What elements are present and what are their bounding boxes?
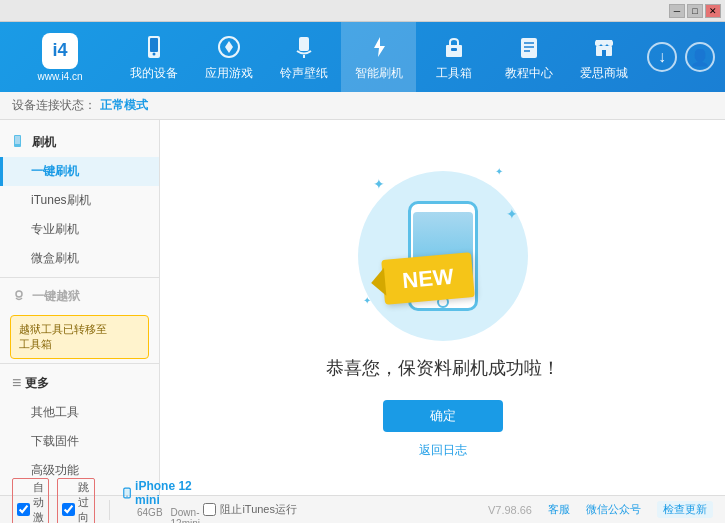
wechat-link[interactable]: 微信公众号 [586,502,641,517]
sidebar-item-other-tools[interactable]: 其他工具 [0,398,159,427]
tutorials-icon [515,33,543,61]
sparkle-1: ✦ [373,176,385,192]
sparkle-3: ✦ [506,206,518,222]
auto-launch-checkbox[interactable]: 自动激活 [12,478,49,524]
auto-launch-label: 自动激活 [33,480,44,524]
device-info: iPhone 12 mini 64GB Down-12mini-13,1 [123,479,203,523]
sidebar-warning: 越狱工具已转移至工具箱 [10,315,149,359]
nav-label-smart-flash: 智能刷机 [355,65,403,82]
back-link[interactable]: 返回日志 [419,442,467,459]
itunes-stop[interactable]: 阻止iTunes运行 [203,502,297,517]
bottom-right: V7.98.66 客服 微信公众号 检查更新 [488,501,713,518]
svg-point-16 [16,291,22,297]
success-title: 恭喜您，保资料刷机成功啦！ [326,356,560,380]
logo-text: www.i4.cn [37,71,82,82]
svg-rect-15 [15,136,20,144]
jailbreak-icon [12,288,26,305]
sidebar-item-downgrade-flash[interactable]: 微盒刷机 [0,244,159,273]
ringtones-icon [290,33,318,61]
nav-label-toolbox: 工具箱 [436,65,472,82]
sidebar-section-jailbreak: 一键越狱 [0,282,159,311]
content-area: ✦ ✦ ✦ ✦ NEW 恭喜您，保资料刷机成功啦！ 确定 返回日志 [160,120,725,495]
minimize-btn[interactable]: ─ [669,4,685,18]
status-label: 设备连接状态： [12,97,96,114]
logo-area: i4 www.i4.cn [10,33,110,82]
svg-point-19 [126,496,127,497]
device-icon [123,486,131,500]
maximize-btn[interactable]: □ [687,4,703,18]
version-text: V7.98.66 [488,504,532,516]
store-icon [590,33,618,61]
jailbreak-label: 一键越狱 [32,288,80,305]
svg-rect-4 [299,37,309,51]
sparkle-4: ✦ [363,295,371,306]
sidebar-divider-1 [0,277,159,278]
sidebar-section-more: ≡ 更多 [0,368,159,398]
nav-item-apps-games[interactable]: 应用游戏 [191,22,266,92]
svg-rect-8 [521,38,537,58]
toolbox-icon [440,33,468,61]
confirm-button[interactable]: 确定 [383,400,503,432]
close-btn[interactable]: ✕ [705,4,721,18]
flash-section-label: 刷机 [32,134,56,151]
bottom-left: 自动激活 跳过向导 iPhone 12 mini 64GB Down-12min… [12,478,203,524]
nav-item-smart-flash[interactable]: 智能刷机 [341,22,416,92]
nav-label-tutorials: 教程中心 [505,65,553,82]
nav-label-store: 爱思商城 [580,65,628,82]
sidebar-divider-2 [0,363,159,364]
apps-games-icon [215,33,243,61]
nav-item-store[interactable]: 爱思商城 [566,22,641,92]
sidebar-item-itunes-flash[interactable]: iTunes刷机 [0,186,159,215]
more-section-label: 更多 [25,375,49,392]
warning-text: 越狱工具已转移至工具箱 [19,323,107,350]
device-storage: 64GB [137,507,163,523]
new-badge-text: NEW [401,263,454,293]
sidebar-item-download-firmware[interactable]: 下载固件 [0,427,159,456]
auto-launch-input[interactable] [17,503,30,516]
smart-flash-icon [365,33,393,61]
nav-label-apps-games: 应用游戏 [205,65,253,82]
success-illustration: ✦ ✦ ✦ ✦ NEW [343,156,543,356]
status-value: 正常模式 [100,97,148,114]
sparkle-2: ✦ [495,166,503,177]
header: i4 www.i4.cn 我的设备 应用游戏 [0,22,725,92]
nav-label-ringtones: 铃声壁纸 [280,65,328,82]
sidebar-section-flash: 刷机 [0,128,159,157]
skip-wizard-checkbox[interactable]: 跳过向导 [57,478,94,524]
skip-wizard-label: 跳过向导 [78,480,89,524]
device-model: Down-12mini-13,1 [171,507,204,523]
sidebar-item-one-click-flash[interactable]: 一键刷机 [0,157,159,186]
bottom-bar: 自动激活 跳过向导 iPhone 12 mini 64GB Down-12min… [0,495,725,523]
nav-item-toolbox[interactable]: 工具箱 [416,22,491,92]
svg-point-2 [152,52,155,55]
svg-rect-13 [602,50,606,56]
itunes-stop-checkbox[interactable] [203,503,216,516]
main-content: 刷机 一键刷机 iTunes刷机 专业刷机 微盒刷机 一键越狱 越狱工具已转移至… [0,120,725,495]
status-bar: 设备连接状态： 正常模式 [0,92,725,120]
more-section-icon: ≡ [12,374,21,392]
itunes-stop-label: 阻止iTunes运行 [220,502,297,517]
sidebar: 刷机 一键刷机 iTunes刷机 专业刷机 微盒刷机 一键越狱 越狱工具已转移至… [0,120,160,495]
nav-label-my-device: 我的设备 [130,65,178,82]
title-bar: ─ □ ✕ [0,0,725,22]
new-banner: NEW [381,252,475,305]
nav-item-ringtones[interactable]: 铃声壁纸 [266,22,341,92]
download-btn[interactable]: ↓ [647,42,677,72]
header-right: ↓ 👤 [647,42,715,72]
sidebar-item-pro-flash[interactable]: 专业刷机 [0,215,159,244]
user-btn[interactable]: 👤 [685,42,715,72]
my-device-icon [140,33,168,61]
svg-rect-7 [451,48,457,51]
svg-rect-1 [150,38,158,52]
svg-rect-18 [125,489,129,495]
skip-wizard-input[interactable] [62,503,75,516]
nav-item-tutorials[interactable]: 教程中心 [491,22,566,92]
logo-icon: i4 [42,33,78,69]
support-link[interactable]: 客服 [548,502,570,517]
device-name: iPhone 12 mini [135,479,203,507]
flash-section-icon [12,134,26,151]
update-link[interactable]: 检查更新 [657,501,713,518]
nav-items: 我的设备 应用游戏 铃声壁纸 [110,22,647,92]
nav-item-my-device[interactable]: 我的设备 [116,22,191,92]
